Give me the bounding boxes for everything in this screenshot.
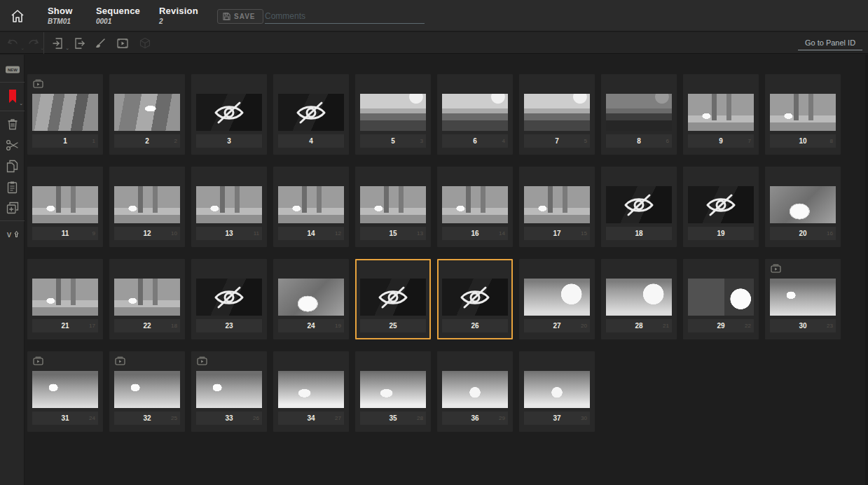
home-button[interactable] — [7, 6, 28, 27]
duplicate-panel-button[interactable] — [0, 197, 25, 218]
panel-cell[interactable]: 31 24 — [27, 351, 103, 432]
paintbrush-button[interactable] — [91, 34, 109, 52]
panel-number: 24 — [307, 322, 315, 330]
panel-thumbnail — [606, 94, 672, 131]
panel-thumbnail — [278, 186, 344, 223]
goto-panel-id-input[interactable] — [798, 35, 862, 50]
panel-cell[interactable]: 5 3 — [355, 74, 431, 155]
panel-cell[interactable]: 6 4 — [437, 74, 513, 155]
panel-cell[interactable]: 29 22 — [683, 259, 759, 339]
sidebar-divider — [0, 220, 25, 221]
panel-cell[interactable]: 8 6 — [601, 74, 677, 155]
panel-cell[interactable]: 34 27 — [273, 351, 349, 432]
panel-cell[interactable]: 14 12 — [273, 167, 349, 247]
panel-cell[interactable]: 25 — [355, 259, 431, 339]
panel-cell[interactable]: 27 20 — [519, 259, 595, 339]
panel-cell[interactable]: 15 13 — [355, 167, 431, 247]
panel-cell[interactable]: 36 29 — [437, 351, 513, 432]
panel-cell[interactable]: 23 — [191, 259, 267, 339]
panel-cell[interactable]: 30 23 — [765, 259, 841, 339]
revision-value: 2 — [159, 17, 198, 25]
panel-alt-number: 8 — [830, 138, 833, 144]
panel-cell[interactable]: 20 16 — [765, 167, 841, 247]
panel-cell[interactable]: 3 — [191, 74, 267, 155]
panel-number-bar: 37 30 — [524, 412, 590, 425]
panel-number-bar: 18 — [606, 227, 672, 240]
panel-number: 29 — [717, 322, 724, 330]
panel-alt-number: 27 — [335, 415, 341, 421]
panel-alt-number: 29 — [499, 415, 505, 421]
panel-number: 9 — [719, 137, 723, 145]
panel-cell[interactable]: 32 25 — [109, 351, 185, 432]
panel-alt-number: 12 — [335, 230, 341, 237]
import-panel-button[interactable]: ⌄ — [49, 34, 67, 52]
panel-number: 37 — [553, 414, 560, 422]
panel-number: 13 — [225, 230, 233, 237]
panel-thumbnail — [770, 94, 836, 131]
panel-alt-number: 6 — [666, 138, 669, 144]
panel-cell[interactable]: 7 5 — [519, 74, 595, 155]
panel-number: 11 — [62, 230, 69, 237]
panel-cell[interactable]: 26 — [437, 259, 513, 339]
vertical-scrollbar[interactable] — [865, 55, 868, 485]
copy-button[interactable] — [0, 155, 25, 176]
new-panel-button[interactable]: NEW — [0, 59, 25, 80]
panel-cell[interactable]: 28 21 — [601, 259, 677, 339]
panel-cell[interactable]: 11 9 — [27, 167, 103, 247]
panel-cell[interactable]: 33 26 — [191, 351, 267, 432]
video-panel-button[interactable] — [113, 34, 132, 52]
panel-cell[interactable]: 22 18 — [109, 259, 185, 339]
panel-cell[interactable]: 21 17 — [27, 259, 103, 339]
version-up-button[interactable]: v — [0, 223, 25, 244]
panel-cell[interactable]: 1 1 — [27, 74, 103, 155]
panel-cell[interactable]: 19 — [683, 167, 759, 247]
panel-number: 12 — [143, 230, 151, 237]
panel-cell[interactable]: 13 11 — [191, 167, 267, 247]
panel-cell[interactable]: 35 28 — [355, 351, 431, 432]
revision-label: Revision — [159, 6, 198, 16]
panel-cell[interactable]: 37 30 — [519, 351, 595, 432]
panel-number-bar: 19 — [688, 227, 754, 240]
panel-thumbnail — [442, 371, 508, 408]
redo-button[interactable]: ⌄ — [24, 34, 42, 52]
panel-number-bar: 26 — [442, 319, 508, 332]
panel-number-bar: 34 27 — [278, 412, 344, 425]
redo-icon — [27, 38, 39, 49]
version-up-icon: v — [6, 229, 20, 239]
panel-thumbnail — [360, 94, 426, 131]
panel-number-bar: 5 3 — [360, 134, 426, 148]
panel-thumbnail — [278, 94, 344, 131]
panel-number-bar: 1 1 — [32, 134, 98, 148]
panel-cell[interactable]: 18 — [601, 167, 677, 247]
cut-button[interactable] — [0, 134, 25, 155]
delete-panel-button[interactable] — [0, 113, 25, 134]
comments-input[interactable] — [265, 8, 425, 24]
panel-alt-number: 22 — [745, 323, 751, 329]
panel-cell[interactable]: 2 2 — [109, 74, 185, 155]
panel-alt-number: 5 — [584, 138, 587, 144]
panel-cell[interactable]: 17 15 — [519, 167, 595, 247]
revision-field: Revision 2 — [159, 6, 198, 25]
panel-thumbnail — [770, 279, 836, 316]
save-button[interactable]: SAVE — [217, 9, 263, 24]
panel-cell[interactable]: 24 19 — [273, 259, 349, 339]
undo-button[interactable]: ⌄ — [4, 34, 22, 52]
duplicate-plus-icon — [6, 202, 19, 214]
panel-cell[interactable]: 9 7 — [683, 74, 759, 155]
panel-number-bar: 29 22 — [688, 319, 754, 332]
bookmark-button[interactable]: ⌄ — [0, 85, 25, 108]
panel-thumbnail — [196, 371, 262, 408]
panel-cell[interactable]: 4 — [273, 74, 349, 155]
panel-cell[interactable]: 10 8 — [765, 74, 841, 155]
panel-number-bar: 11 9 — [32, 227, 98, 240]
panel-number: 32 — [143, 414, 151, 422]
panel-number-bar: 27 20 — [524, 319, 590, 332]
panel-thumbnail — [32, 94, 98, 131]
paste-button[interactable] — [0, 176, 25, 197]
export-panel-button[interactable] — [70, 34, 88, 52]
scissors-icon — [6, 139, 19, 151]
panel-cell[interactable]: 12 10 — [109, 167, 185, 247]
panel-alt-number: 4 — [502, 138, 505, 144]
3d-cube-button[interactable] — [136, 34, 154, 52]
panel-cell[interactable]: 16 14 — [437, 167, 513, 247]
